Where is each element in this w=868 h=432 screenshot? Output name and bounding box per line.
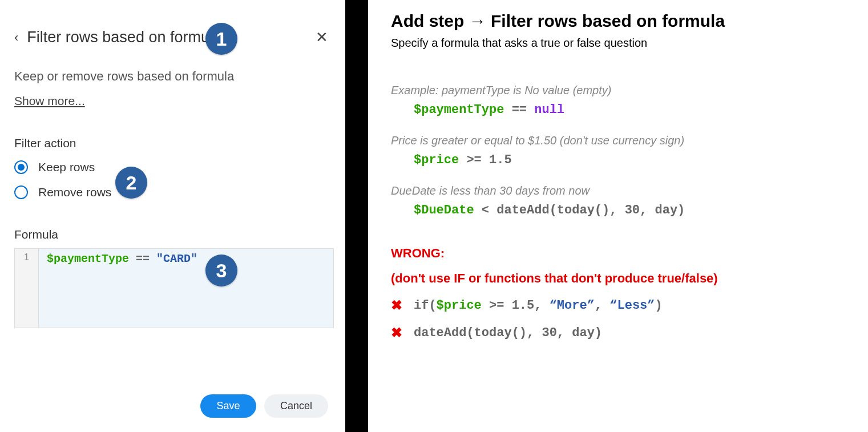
token-function: dateAdd(today(), 30, day): [496, 203, 685, 217]
annotation-badge-3: 3: [205, 255, 237, 286]
token-variable: $paymentType: [414, 103, 504, 117]
token-text: >= 1.5,: [482, 298, 550, 313]
token-variable: $paymentType: [47, 252, 129, 265]
doc-title-prefix: Add step: [391, 11, 464, 30]
wrong-header: WRONG:: [391, 246, 845, 261]
token-function: if(: [414, 298, 437, 313]
save-button[interactable]: Save: [200, 394, 256, 418]
code-wrong-example: dateAdd(today(), 30, day): [414, 326, 602, 340]
radio-remove-rows[interactable]: Remove rows: [14, 185, 334, 199]
formula-input[interactable]: $paymentType == "CARD": [39, 249, 333, 328]
token-operator: <: [482, 203, 489, 217]
code-example: $DueDate < dateAdd(today(), 30, day): [414, 203, 845, 217]
token-text: ): [655, 298, 663, 313]
code-wrong-example: if($price >= 1.5, “More”, “Less”): [414, 298, 663, 313]
filter-action-label: Filter action: [14, 136, 334, 150]
panel-subtitle: Keep or remove rows based on formula: [14, 69, 334, 84]
line-number: 1: [24, 252, 29, 262]
step-config-panel: ‹ Filter rows based on formula ✕ Keep or…: [0, 0, 345, 432]
cross-icon: ✖: [391, 297, 402, 313]
cross-icon: ✖: [391, 325, 402, 341]
wrong-example-row: ✖ if($price >= 1.5, “More”, “Less”): [391, 297, 845, 313]
close-icon[interactable]: ✕: [316, 29, 328, 46]
token-operator: ==: [512, 103, 527, 117]
radio-icon: [14, 185, 28, 199]
token-string: “Less”: [609, 298, 655, 313]
token-string: “More”: [550, 298, 595, 313]
annotation-badge-1: 1: [205, 23, 237, 55]
wrong-note: (don't use IF or functions that don't pr…: [391, 271, 845, 286]
show-more-link[interactable]: Show more...: [14, 94, 85, 108]
token-null: null: [534, 103, 564, 117]
doc-subtitle: Specify a formula that asks a true or fa…: [391, 37, 845, 50]
radio-label: Remove rows: [38, 185, 111, 199]
token-string: "CARD": [156, 252, 197, 265]
formula-editor[interactable]: 1 $paymentType == "CARD": [14, 248, 334, 328]
token-text: ,: [595, 298, 609, 313]
code-example: $price >= 1.5: [414, 153, 845, 167]
cancel-button[interactable]: Cancel: [264, 394, 328, 418]
token-operator: ==: [136, 252, 150, 265]
formula-section-label: Formula: [14, 228, 334, 241]
annotation-badge-2: 2: [115, 167, 147, 199]
code-example: $paymentType == null: [414, 103, 845, 117]
radio-keep-rows[interactable]: Keep rows: [14, 160, 334, 174]
line-number-gutter: 1: [15, 249, 39, 328]
doc-title: Add step → Filter rows based on formula: [391, 11, 845, 31]
radio-icon: [14, 160, 28, 174]
token-variable: $DueDate: [414, 203, 474, 217]
documentation-panel: Add step → Filter rows based on formula …: [368, 0, 868, 432]
example-caption: Price is greater or equal to $1.50 (don'…: [391, 134, 845, 147]
panel-title: Filter rows based on formula: [27, 29, 221, 46]
filter-action-radio-group: Keep rows Remove rows: [14, 160, 334, 199]
radio-label: Keep rows: [38, 160, 95, 174]
token-variable: $price: [414, 153, 459, 167]
arrow-right-icon: →: [469, 11, 486, 30]
back-chevron-icon[interactable]: ‹: [14, 30, 18, 45]
button-row: Save Cancel: [195, 394, 328, 418]
panel-header: ‹ Filter rows based on formula ✕: [14, 29, 334, 46]
example-caption: Example: paymentType is No value (empty): [391, 84, 845, 97]
token-operator: >=: [466, 153, 481, 167]
example-caption: DueDate is less than 30 days from now: [391, 184, 845, 197]
token-variable: $price: [437, 298, 482, 313]
wrong-example-row: ✖ dateAdd(today(), 30, day): [391, 325, 845, 341]
doc-title-suffix: Filter rows based on formula: [491, 11, 725, 30]
token-number: 1.5: [489, 153, 512, 167]
